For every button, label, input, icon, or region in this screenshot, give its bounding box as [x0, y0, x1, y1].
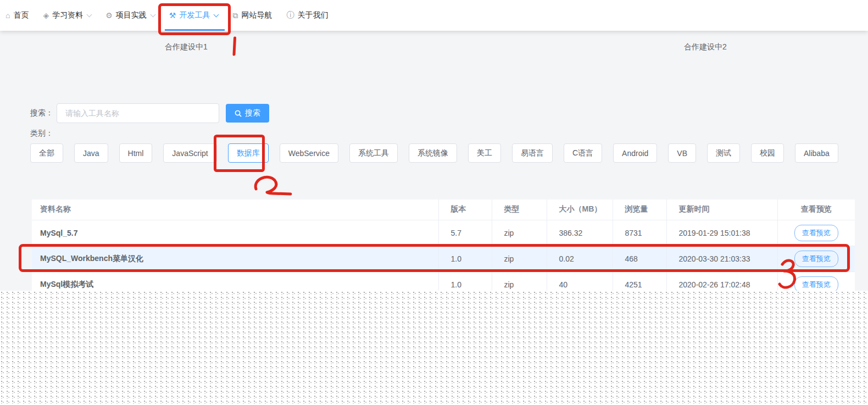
- preview-button[interactable]: 查看预览: [794, 251, 838, 267]
- category-button-campus[interactable]: 校园: [751, 143, 784, 163]
- table-header-row: 资料名称 版本 类型 大小（MB） 浏览量 更新时间 查看预览: [32, 199, 855, 220]
- banner-under-construction-2: 合作建设中2: [684, 42, 727, 52]
- about-icon: ⓘ: [286, 10, 294, 20]
- preview-button[interactable]: 查看预览: [794, 225, 838, 241]
- study-icon: ◈: [43, 11, 49, 20]
- tools-icon: ⚒: [169, 11, 176, 20]
- category-button-html[interactable]: Html: [119, 143, 153, 163]
- nav-item-label: 学习资料: [52, 10, 83, 20]
- nav-item-home[interactable]: ⌂ 首页: [5, 0, 29, 31]
- cell-updated: 2019-01-29 15:01:38: [666, 220, 777, 246]
- nav-item-label: 首页: [13, 10, 29, 20]
- cell-size: 386.32: [547, 220, 613, 246]
- project-icon: ⚙: [105, 11, 113, 20]
- col-header-version: 版本: [438, 199, 492, 220]
- cell-type: zip: [492, 271, 547, 291]
- category-label: 类别：: [30, 129, 53, 138]
- category-button-yi-language[interactable]: 易语言: [512, 143, 553, 163]
- category-button-system-image[interactable]: 系统镜像: [409, 143, 457, 163]
- table-row[interactable]: MySql_5.7 5.7 zip 386.32 8731 2019-01-29…: [32, 220, 855, 246]
- category-filter-row: 全部 Java Html JavaScript 数据库 WebService 系…: [30, 143, 838, 163]
- cell-views: 468: [613, 246, 666, 271]
- search-bar: 搜索： 搜索: [30, 103, 269, 123]
- category-button-art[interactable]: 美工: [468, 143, 501, 163]
- col-header-updated: 更新时间: [666, 199, 777, 220]
- col-header-preview: 查看预览: [777, 199, 855, 220]
- nav-item-site-nav[interactable]: ⧉ 网站导航: [232, 0, 272, 31]
- nav-item-label: 网站导航: [241, 10, 272, 20]
- cell-size: 40: [547, 271, 613, 291]
- nav-item-study-materials[interactable]: ◈ 学习资料: [43, 0, 91, 31]
- category-button-android[interactable]: Android: [613, 143, 657, 163]
- banner-under-construction-1: 合作建设中1: [165, 42, 208, 52]
- search-icon: [235, 110, 242, 117]
- category-button-c-language[interactable]: C语言: [564, 143, 602, 163]
- cell-type: zip: [492, 246, 547, 271]
- preview-button[interactable]: 查看预览: [794, 276, 838, 291]
- search-input[interactable]: [57, 103, 219, 123]
- top-navbar: ⌂ 首页 ◈ 学习资料 ⚙ 项目实践 ⚒ 开发工具 ⧉ 网站导航 ⓘ 关于我们: [0, 0, 868, 31]
- cell-updated: 2020-03-30 21:03:33: [666, 246, 777, 271]
- cell-updated: 2020-02-26 17:02:48: [666, 271, 777, 291]
- home-icon: ⌂: [5, 11, 10, 20]
- category-button-alibaba[interactable]: Alibaba: [795, 143, 838, 163]
- webpage-screenshot: ⌂ 首页 ◈ 学习资料 ⚙ 项目实践 ⚒ 开发工具 ⧉ 网站导航 ⓘ 关于我们 …: [0, 0, 868, 291]
- cell-version: 5.7: [438, 220, 492, 246]
- category-button-system-tools[interactable]: 系统工具: [349, 143, 398, 163]
- category-button-test[interactable]: 测试: [707, 143, 740, 163]
- chevron-down-icon: [150, 12, 155, 17]
- nav-item-label: 开发工具: [179, 10, 210, 20]
- chevron-down-icon: [87, 12, 92, 17]
- cell-name: MySQL_Workbench菜单汉化: [32, 246, 438, 271]
- col-header-type: 类型: [492, 199, 547, 220]
- table-row-highlighted[interactable]: MySQL_Workbench菜单汉化 1.0 zip 0.02 468 202…: [32, 246, 855, 271]
- search-button[interactable]: 搜索: [226, 104, 269, 123]
- search-label: 搜索：: [30, 108, 53, 118]
- cell-name: MySql_5.7: [32, 220, 438, 246]
- transparent-canvas-pattern: [0, 291, 868, 405]
- resources-table: 资料名称 版本 类型 大小（MB） 浏览量 更新时间 查看预览 MySql_5.…: [32, 199, 855, 291]
- cell-version: 1.0: [438, 246, 492, 271]
- nav-item-dev-tools[interactable]: ⚒ 开发工具: [169, 0, 219, 31]
- cell-type: zip: [492, 220, 547, 246]
- nav-item-about-us[interactable]: ⓘ 关于我们: [286, 0, 328, 31]
- category-button-javascript[interactable]: JavaScript: [163, 143, 216, 163]
- cell-views: 8731: [613, 220, 666, 246]
- category-button-all[interactable]: 全部: [30, 143, 63, 163]
- nav-item-label: 项目实践: [116, 10, 147, 20]
- nav-item-project-practice[interactable]: ⚙ 项目实践: [105, 0, 155, 31]
- col-header-views: 浏览量: [613, 199, 666, 220]
- chevron-down-icon: [214, 12, 219, 17]
- category-button-webservice[interactable]: WebService: [280, 143, 338, 163]
- category-button-database[interactable]: 数据库: [228, 143, 269, 163]
- table-row[interactable]: MySql模拟考试 1.0 zip 40 4251 2020-02-26 17:…: [32, 271, 855, 291]
- cell-version: 1.0: [438, 271, 492, 291]
- cell-size: 0.02: [547, 246, 613, 271]
- category-button-java[interactable]: Java: [74, 143, 108, 163]
- sitenav-icon: ⧉: [232, 11, 238, 20]
- col-header-size: 大小（MB）: [547, 199, 613, 220]
- search-button-label: 搜索: [245, 108, 260, 118]
- category-button-vb[interactable]: VB: [668, 143, 696, 163]
- cell-name: MySql模拟考试: [32, 271, 438, 291]
- cell-views: 4251: [613, 271, 666, 291]
- col-header-name: 资料名称: [32, 199, 438, 220]
- nav-item-label: 关于我们: [297, 10, 328, 20]
